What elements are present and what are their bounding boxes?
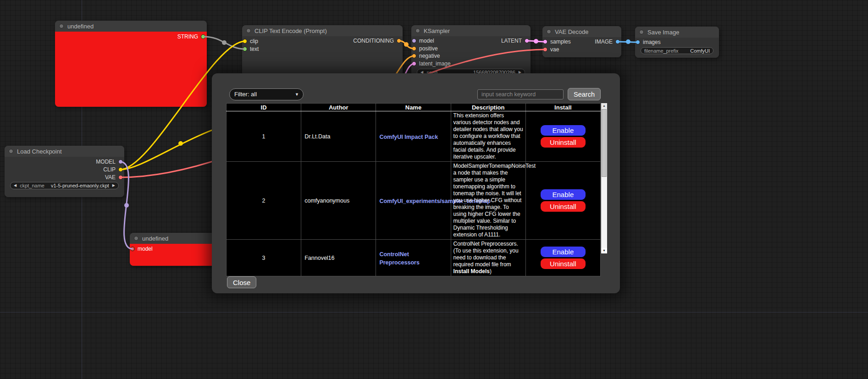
vae-input-port[interactable] [543,47,547,52]
custom-nodes-manager-dialog: Filter: all ▼ Search ID Author Name Desc… [212,73,620,293]
cell-author: comfyanonymous [301,162,376,240]
node-title-bar[interactable]: undefined [55,21,207,32]
enable-button[interactable]: Enable [541,189,586,200]
scroll-down-icon[interactable]: ▼ [601,248,607,253]
wire-string [204,37,245,49]
cell-author: Dr.Lt.Data [301,111,376,162]
input-label: negative [419,53,440,59]
collapse-dot-icon[interactable] [246,28,251,33]
scrollbar-thumb[interactable] [602,109,607,177]
input-slot-model: model [130,246,153,252]
uninstall-button[interactable]: Uninstall [541,201,586,212]
input-slot-clip: clip [243,38,258,44]
collapse-dot-icon[interactable] [59,24,64,28]
clip-input-port[interactable] [243,39,247,44]
string-output-port[interactable] [201,34,205,39]
header-install: Install [525,104,600,111]
cell-install: Enable Uninstall [525,111,600,162]
filename-prefix-widget[interactable]: filename_prefix ComfyUI [641,47,713,54]
model-input-port[interactable] [412,38,416,43]
model-output-port[interactable] [118,159,123,164]
input-slot-latent-image: latent_image [412,60,451,67]
table-row: 1 Dr.Lt.Data ComfyUI Impact Pack This ex… [227,111,601,162]
header-id: ID [227,104,301,111]
node-graph-canvas[interactable]: undefined STRING CLIP Text Encode (Promp… [0,0,868,379]
images-input-port[interactable] [636,40,640,44]
wire-dot-image [626,39,630,44]
filename-prefix-label: filename_prefix [644,48,679,54]
output-label: VAE [105,174,116,181]
output-label: LATENT [501,38,522,44]
scroll-up-icon[interactable]: ▲ [601,103,607,109]
description-bold: Install Models [453,268,490,275]
search-input[interactable] [477,89,564,99]
node-title-bar[interactable]: CLIP Text Encode (Prompt) [242,25,403,36]
vae-output-port[interactable] [118,175,123,180]
collapse-dot-icon[interactable] [415,28,420,33]
image-output-port[interactable] [615,39,620,44]
text-input-port[interactable] [243,47,247,51]
close-button[interactable]: Close [227,276,256,288]
output-slot-latent: LATENT [501,38,529,44]
node-save-image[interactable]: Save Image images filename_prefix ComfyU… [635,27,719,58]
node-vae-decode[interactable]: VAE Decode samples vae IMAGE [542,26,621,57]
collapse-dot-icon[interactable] [134,236,138,241]
node-title-bar[interactable]: Save Image [635,27,719,38]
stepper-left-icon[interactable]: ◀ [14,184,17,187]
node-title: undefined [142,235,168,242]
input-label: clip [250,38,258,44]
enable-button[interactable]: Enable [541,125,586,136]
conditioning-output-port[interactable] [397,38,401,43]
dialog-toolbar: Filter: all ▼ Search [229,88,601,100]
input-label: images [643,39,661,45]
extension-link[interactable]: ComfyUI Impact Pack [379,134,438,140]
positive-input-port[interactable] [412,46,416,51]
table-scrollbar[interactable]: ▲ ▼ [601,103,607,253]
collapse-dot-icon[interactable] [9,149,13,154]
output-slot-model: MODEL [96,159,123,165]
ckpt-name-widget[interactable]: ◀ ckpt_name v1-5-pruned-emaonly.ckpt ▶ [10,182,119,189]
node-title: Load Checkpoint [17,148,62,155]
output-slot-vae: VAE [105,174,123,181]
output-slot-clip: CLIP [103,166,123,173]
output-label: CLIP [103,166,116,173]
node-body: images filename_prefix ComfyUI [635,38,719,58]
collapse-dot-icon[interactable] [547,29,551,34]
ckpt-name-label: ckpt_name [20,183,44,188]
negative-input-port[interactable] [412,54,416,58]
stepper-right-icon[interactable]: ▶ [112,184,115,187]
input-label: model [138,246,153,252]
node-title: undefined [67,23,94,30]
cell-install: Enable Uninstall [525,162,600,240]
samples-input-port[interactable] [543,39,547,44]
filter-select[interactable]: Filter: all [229,88,304,100]
node-title-bar[interactable]: Load Checkpoint [5,146,124,157]
wire-dot-clip [178,141,183,146]
input-slot-model: model [412,38,434,44]
latent-image-input-port[interactable] [412,61,416,66]
collapse-dot-icon[interactable] [639,30,644,34]
search-group: Search [477,88,601,100]
cell-author: Fannovel16 [301,240,376,276]
clip-output-port[interactable] [118,167,123,172]
node-undefined-top[interactable]: undefined STRING [55,21,207,107]
output-label: STRING [177,33,198,40]
header-description: Description [451,104,525,111]
uninstall-button[interactable]: Uninstall [541,137,586,148]
cell-id: 3 [227,240,301,276]
node-title-bar[interactable]: VAE Decode [542,26,621,37]
wire-dot-model [124,203,129,208]
enable-button[interactable]: Enable [541,247,586,257]
uninstall-button[interactable]: Uninstall [541,258,586,269]
extension-table: ID Author Name Description Install 1 Dr.… [226,103,601,276]
description-suffix: ) [490,268,492,275]
input-slot-text: text [243,46,259,52]
extension-link[interactable]: ControlNet Preprocessors [379,251,420,266]
input-label: model [419,38,434,44]
node-load-checkpoint[interactable]: Load Checkpoint MODEL CLIP VAE ◀ ckpt_na… [5,146,124,197]
canvas-axis-horizontal [0,312,868,313]
node-title-bar[interactable]: KSampler [411,25,531,36]
model-input-port[interactable] [130,247,135,251]
latent-output-port[interactable] [525,38,529,43]
search-button[interactable]: Search [568,88,601,100]
